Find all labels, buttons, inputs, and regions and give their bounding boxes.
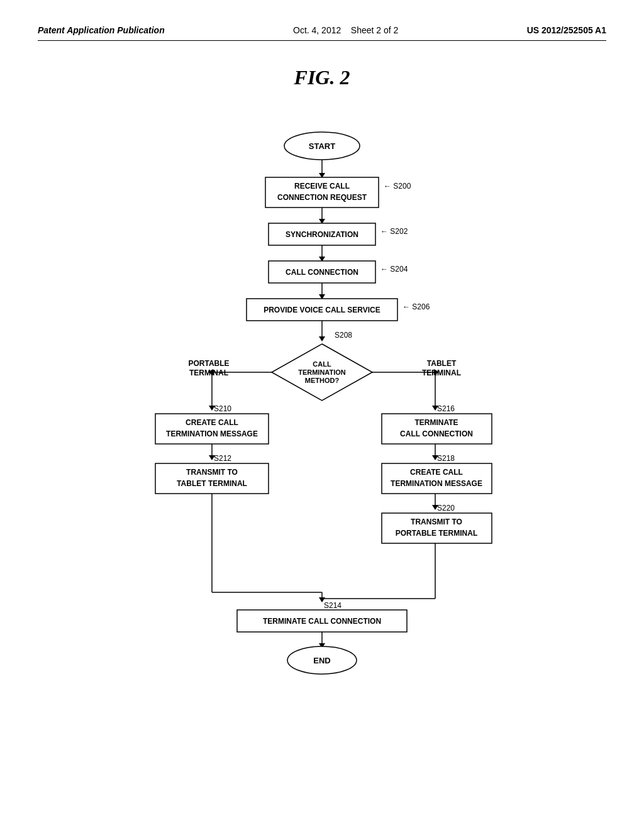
svg-text:← S204: ← S204 [380, 265, 408, 274]
svg-text:TERMINATE: TERMINATE [414, 418, 458, 427]
svg-text:CREATE CALL: CREATE CALL [410, 468, 463, 477]
publication-title: Patent Application Publication [38, 25, 165, 35]
svg-text:METHOD?: METHOD? [305, 377, 340, 384]
svg-text:TERMINAL: TERMINAL [189, 368, 228, 377]
svg-marker-24 [319, 336, 325, 341]
svg-text:S216: S216 [437, 404, 455, 413]
figure-title: FIG. 2 [38, 66, 606, 89]
svg-text:S220: S220 [437, 504, 455, 512]
svg-text:SYNCHRONIZATION: SYNCHRONIZATION [286, 230, 358, 239]
svg-text:S210: S210 [214, 404, 231, 413]
svg-text:CREATE CALL: CREATE CALL [186, 418, 238, 427]
svg-text:S208: S208 [335, 331, 352, 340]
svg-text:TRANSMIT TO: TRANSMIT TO [411, 517, 462, 526]
svg-text:END: END [313, 656, 330, 665]
publication-date: Oct. 4, 2012 [293, 25, 341, 35]
svg-text:TERMINATION MESSAGE: TERMINATION MESSAGE [391, 479, 482, 488]
svg-text:PORTABLE TERMINAL: PORTABLE TERMINAL [396, 529, 477, 538]
svg-text:TERMINATION MESSAGE: TERMINATION MESSAGE [166, 429, 258, 438]
publication-date-sheet: Oct. 4, 2012 Sheet 2 of 2 [293, 25, 398, 35]
svg-text:TERMINATION: TERMINATION [298, 368, 346, 376]
svg-text:TRANSMIT TO: TRANSMIT TO [186, 468, 238, 477]
svg-text:RECEIVE CALL: RECEIVE CALL [294, 182, 350, 191]
publication-number: US 2012/252505 A1 [527, 25, 606, 35]
svg-text:PORTABLE: PORTABLE [188, 359, 229, 368]
svg-text:START: START [309, 141, 335, 151]
page-header: Patent Application Publication Oct. 4, 2… [38, 25, 606, 41]
svg-text:S214: S214 [324, 601, 341, 610]
svg-text:CALL CONNECTION: CALL CONNECTION [400, 429, 473, 438]
svg-text:PROVIDE VOICE CALL SERVICE: PROVIDE VOICE CALL SERVICE [264, 306, 380, 314]
svg-text:← S200: ← S200 [384, 182, 411, 191]
svg-text:TERMINATE CALL CONNECTION: TERMINATE CALL CONNECTION [263, 617, 381, 626]
svg-text:S218: S218 [437, 454, 455, 463]
flowchart-container: START RECEIVE CALL CONNECTION REQUEST ← … [38, 121, 606, 737]
svg-text:TERMINAL: TERMINAL [422, 368, 461, 377]
svg-text:CALL: CALL [313, 360, 331, 368]
page: Patent Application Publication Oct. 4, 2… [0, 0, 644, 830]
svg-text:← S206: ← S206 [402, 302, 430, 311]
svg-text:TABLET: TABLET [427, 359, 457, 368]
svg-text:S212: S212 [214, 454, 231, 463]
svg-text:← S202: ← S202 [380, 227, 408, 236]
svg-text:CALL CONNECTION: CALL CONNECTION [286, 268, 358, 277]
svg-text:CONNECTION REQUEST: CONNECTION REQUEST [277, 193, 367, 202]
flowchart-svg: START RECEIVE CALL CONNECTION REQUEST ← … [102, 121, 542, 737]
svg-text:TABLET TERMINAL: TABLET TERMINAL [177, 479, 247, 488]
sheet-info: Sheet 2 of 2 [351, 25, 399, 35]
